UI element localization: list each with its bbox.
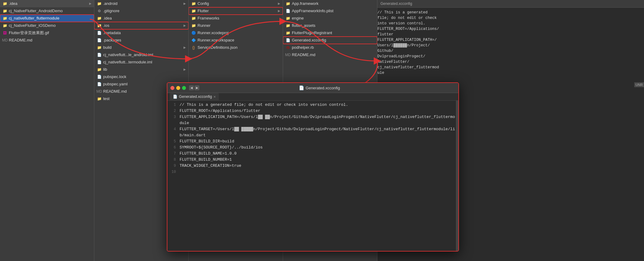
file-item-runner[interactable]: 📁 Runner (189, 22, 283, 29)
xc-line-text: FLUTTER_TARGET=/Users/l▓▓ ▓▓▓▓▓n/Project… (180, 126, 456, 138)
xc-line-num: 6 (167, 145, 180, 151)
xc-line-text: TRACK_WIDGET_CREATION=true (180, 163, 456, 169)
file-item-service_definitions[interactable]: {} ServiceDefinitions.json (189, 44, 283, 51)
file-icon: 📄 (97, 30, 102, 35)
file-item-app_framework_info[interactable]: 📄 AppFrameworkInfo.plist (283, 7, 377, 15)
xc-line-text: // This is a generated file; do not edit… (180, 102, 456, 108)
xc-line-text: FLUTTER_ROOT=/Applications/flutter (180, 108, 456, 114)
file-item-engine[interactable]: 📁 engine (283, 15, 377, 22)
xc-scrollbar[interactable] (456, 101, 458, 251)
xc-code-line: 10 (167, 169, 456, 175)
file-item-iml1[interactable]: 📄 cj_nativeflutt...le_android.iml (94, 51, 188, 59)
code-line: DvlproadLoginProgect/ (377, 54, 644, 59)
file-item-iml2[interactable]: 📄 cj_nativeflutt...termodule.iml (94, 59, 188, 66)
file-icon: 🔷 (191, 38, 196, 43)
file-item-runner_xcodeproj[interactable]: 🔵 Runner.xcodeproj (189, 29, 283, 37)
tab-close-button[interactable]: ✕ (213, 95, 216, 98)
file-item-readme[interactable]: MD README.md (0, 37, 94, 44)
file-item-idea2[interactable]: 📁 .idea (94, 15, 188, 22)
file-icon: 🖼 (2, 30, 7, 35)
file-item-lib[interactable]: 📁 lib ▶ (94, 66, 188, 73)
file-label: .ios (103, 23, 184, 29)
file-label: .packages (103, 37, 186, 43)
file-label: cj_nativeflutt...le_android.iml (103, 52, 186, 58)
file-item-idea[interactable]: 📁 .idea ▶ (0, 0, 94, 7)
file-item-config[interactable]: 📁 Config ▶ (189, 0, 283, 7)
forward-arrow[interactable]: ▶ (194, 85, 199, 90)
file-item-build[interactable]: 📁 build ▶ (94, 44, 188, 51)
minimize-button[interactable] (176, 86, 180, 90)
file-item-app_framework[interactable]: 📁 App.framework (283, 0, 377, 7)
file-icon: 📁 (2, 1, 7, 6)
file-icon: 📁 (2, 23, 7, 28)
file-item-generated_xcconfig[interactable]: 📄 Generated.xcconfig (283, 37, 377, 44)
unr-badge: UNR (634, 82, 644, 87)
file-label: cj_NativeFlutter_iOSDemo (9, 23, 92, 29)
expand-arrow: ▶ (184, 66, 186, 73)
file-label: App.framework (292, 1, 375, 7)
file-icon: 📁 (285, 23, 290, 28)
file-icon: 📄 (285, 38, 290, 43)
file-label: Flutter (198, 8, 278, 14)
file-label: README.md (9, 37, 92, 43)
file-item-packages[interactable]: 📄 .packages (94, 37, 188, 44)
file-icon: 📄 (97, 52, 102, 57)
file-icon: 📄 (97, 38, 102, 43)
file-item-flutter[interactable]: 📁 Flutter ▶ (189, 7, 283, 15)
code-line: NativeFlutter/ (377, 59, 644, 65)
file-label: cj_NativeFlutter_AndroidDemo (9, 8, 92, 14)
xc-tab[interactable]: 📄 Generated.xcconfig ✕ (170, 93, 219, 100)
xc-line-text: FLUTTER_BUILD_NUMBER=1 (180, 157, 456, 163)
file-icon: 📄 (285, 9, 290, 13)
code-line: flutter (377, 32, 644, 38)
file-item-runner_xcworkspace[interactable]: 🔷 Runner.xcworkspace (189, 37, 283, 44)
traffic-lights (170, 86, 186, 90)
file-item-native_flutter_module[interactable]: 📁 cj_nativeflutter_fluttermodule (0, 15, 94, 22)
file-label: .idea (9, 1, 89, 7)
line-text: DvlproadLoginProgect/ (377, 54, 644, 59)
file-item-flutter_plugin_registrant[interactable]: 📁 FlutterPluginRegistrant (283, 29, 377, 37)
maximize-button[interactable] (182, 86, 186, 90)
file-label: lib (103, 66, 184, 73)
xc-line-num: 7 (167, 151, 180, 157)
xc-line-text: FLUTTER_BUILD_DIR=build (180, 138, 456, 145)
file-item-gitignore[interactable]: ⚙ .gitignore (94, 7, 188, 15)
expand-arrow: ▶ (184, 23, 186, 29)
expand-arrow: ▶ (89, 1, 92, 7)
file-icon: MD (2, 38, 7, 43)
xc-line-num: 4 (167, 126, 180, 132)
back-arrow[interactable]: ◀ (189, 85, 194, 90)
file-icon: 📄 (97, 60, 102, 65)
xc-line-text: SYMROOT=${SOURCE_ROOT}/../build/ios (180, 145, 456, 151)
file-item-android[interactable]: 📁 .android ▶ (94, 0, 188, 7)
close-button[interactable] (170, 86, 174, 90)
file-item-podhelper[interactable]: rb podhelper.rb (283, 44, 377, 51)
nav-arrows: ◀ ▶ (189, 85, 199, 90)
xc-code-area[interactable]: 1 // This is a generated file; do not ed… (167, 101, 456, 251)
file-icon: 📁 (97, 45, 102, 50)
file-item-ios[interactable]: 📁 .ios ▶ (94, 22, 188, 29)
line-text: ule (377, 70, 644, 75)
code-line: cj_nativeflutter_fluttermod (377, 65, 644, 70)
xc-code-line: 2 FLUTTER_ROOT=/Applications/flutter (167, 108, 456, 114)
file-label: pubspec.lock (103, 74, 186, 80)
line-text: FLUTTER_ROOT=/Applications/ (377, 27, 644, 31)
file-item-metadata[interactable]: 📄 .metadata (94, 29, 188, 37)
file-item-flutter_login_gif[interactable]: 🖼 Flutter登录页效果图.gif (0, 29, 94, 37)
xcconfig-window: ◀ ▶ 📄 Generated.xcconfig 📄 Generated.xcc… (167, 82, 459, 252)
file-label: Runner (198, 23, 280, 29)
file-icon: 📁 (97, 23, 102, 28)
file-label: Runner.xcodeproj (198, 30, 280, 36)
xc-titlebar: ◀ ▶ 📄 Generated.xcconfig (167, 83, 458, 93)
line-text: flutter (377, 32, 644, 37)
file-item-native_flutter_android[interactable]: 📁 cj_NativeFlutter_AndroidDemo (0, 7, 94, 15)
file-icon: 📁 (285, 1, 290, 6)
file-item-pubspec_lock[interactable]: 📄 pubspec.lock (94, 73, 188, 80)
file-label: Flutter登录页效果图.gif (9, 30, 92, 36)
code-line: Github/ (377, 48, 644, 54)
file-item-readme3[interactable]: MD README.md (283, 51, 377, 59)
file-item-native_flutter_ios[interactable]: 📁 cj_NativeFlutter_iOSDemo (0, 22, 94, 29)
file-item-flutter_assets[interactable]: 📁 flutter_assets (283, 22, 377, 29)
file-item-frameworks[interactable]: 📁 Frameworks (189, 15, 283, 22)
file-icon: 📁 (97, 96, 102, 101)
